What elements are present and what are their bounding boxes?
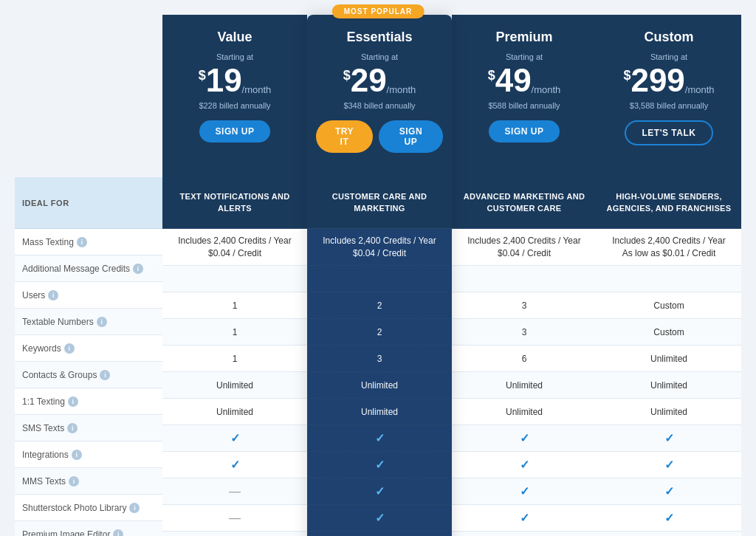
btn-essentials-1[interactable]: SIGN UP [379,120,443,153]
price-dollar-essentials: $ [343,69,351,82]
plan-header-custom: CustomStarting at$299/month$3,588 billed… [597,15,741,177]
plan-header-premium: PremiumStarting at$49/month$588 billed a… [452,15,597,177]
btn-row-premium: SIGN UP [487,119,562,144]
info-icon-8[interactable]: i [72,450,82,460]
info-icon-1[interactable]: i [133,264,143,274]
feature-value-11: — [162,532,307,536]
btn-premium-0[interactable]: SIGN UP [489,120,560,142]
price-amount-value: 19 [206,64,242,97]
info-icon-10[interactable]: i [129,503,140,513]
feature-premium-11: ✓ [452,532,597,536]
btn-row-value: SIGN UP [198,119,272,144]
feature-essentials-4: 3 [307,346,452,372]
feature-custom-8: ✓ [597,452,741,478]
feature-custom-5: Unlimited [597,372,741,399]
btn-value-0[interactable]: SIGN UP [199,120,271,142]
checkmark-premium-7: ✓ [520,431,529,445]
info-icon-5[interactable]: i [100,370,110,380]
label-column: IDEAL FOR Mass TextingiAdditional Messag… [15,15,162,536]
info-icon-3[interactable]: i [97,317,107,327]
checkmark-essentials-9: ✓ [375,484,385,498]
info-icon-9[interactable]: i [69,476,79,487]
feature-label-2: Usersi [15,282,162,309]
ideal-custom: HIGH-VOLUME SENDERS, AGENCIES, AND FRANC… [597,177,741,229]
feature-premium-7: ✓ [452,425,597,452]
feature-value-2: 1 [162,292,307,319]
feature-custom-7: ✓ [597,425,741,452]
feature-label-9: MMS Textsi [15,468,162,495]
feature-value-4: 1 [162,346,307,372]
price-row-premium: $49/month [488,64,561,97]
feature-value-9: — [162,478,307,505]
plan-col-custom: CustomStarting at$299/month$3,588 billed… [597,15,741,536]
price-row-value: $19/month [199,64,272,97]
billed-value: $228 billed annually [199,101,270,110]
info-icon-11[interactable]: i [113,529,123,537]
feature-custom-1 [597,266,741,292]
feature-premium-3: 3 [452,319,597,346]
checkmark-premium-9: ✓ [520,484,529,498]
checkmark-premium-10: ✓ [520,511,529,525]
info-icon-2[interactable]: i [48,290,58,300]
price-row-custom: $299/month [623,64,714,97]
checkmark-custom-9: ✓ [664,484,674,498]
feature-custom-2: Custom [597,292,741,319]
feature-label-8: Integrationsi [15,441,162,468]
btn-essentials-0[interactable]: TRY IT [316,120,373,153]
feature-premium-8: ✓ [452,452,597,478]
checkmark-custom-7: ✓ [664,431,674,445]
info-icon-7[interactable]: i [67,423,78,433]
starting-at-custom: Starting at [650,52,687,61]
feature-premium-2: 3 [452,292,597,319]
price-row-essentials: $29/month [343,64,416,97]
feature-custom-9: ✓ [597,478,741,505]
feature-custom-4: Unlimited [597,346,741,372]
price-amount-essentials: 29 [351,64,387,97]
info-icon-0[interactable]: i [77,237,87,247]
billed-essentials: $348 billed annually [343,101,415,110]
feature-value-8: ✓ [162,452,307,478]
btn-custom-0[interactable]: LET'S TALK [625,120,714,145]
feature-labels: Mass TextingiAdditional Message Creditsi… [15,229,162,536]
feature-label-1: Additional Message Creditsi [15,255,162,282]
pricing-wrapper: MOST POPULAR IDEAL FOR Mass TextingiAddi… [15,15,741,536]
price-amount-premium: 49 [495,64,532,97]
feature-premium-4: 6 [452,346,597,372]
feature-label-5: Contacts & Groupsi [15,362,162,388]
plan-col-value: ValueStarting at$19/month$228 billed ann… [162,15,307,536]
info-icon-4[interactable]: i [64,343,75,354]
feature-essentials-3: 2 [307,319,452,346]
checkmark-premium-8: ✓ [520,458,529,472]
feature-essentials-7: ✓ [307,425,452,452]
plan-col-essentials: EssentialsStarting at$29/month$348 bille… [307,15,452,536]
billed-custom: $3,588 billed annually [630,101,708,110]
btn-row-custom: LET'S TALK [623,119,715,147]
starting-at-essentials: Starting at [361,52,398,61]
feature-essentials-9: ✓ [307,478,452,505]
checkmark-value-7: ✓ [230,431,240,445]
btn-row-essentials: TRY ITSIGN UP [315,119,444,154]
pricing-table: IDEAL FOR Mass TextingiAdditional Messag… [15,15,741,536]
feature-value-1 [162,266,307,292]
feature-label-4: Keywordsi [15,335,162,362]
feature-essentials-5: Unlimited [307,372,452,399]
feature-label-3: Textable Numbersi [15,309,162,335]
feature-value-0: Includes 2,400 Credits / Year$0.04 / Cre… [162,229,307,266]
feature-value-10: — [162,505,307,532]
checkmark-essentials-7: ✓ [375,431,385,445]
ideal-premium: ADVANCED MARKETING AND CUSTOMER CARE [452,177,597,229]
checkmark-value-8: ✓ [230,458,240,472]
feature-essentials-8: ✓ [307,452,452,478]
feature-label-0: Mass Textingi [15,229,162,255]
feature-label-10: Shutterstock Photo Libraryi [15,495,162,521]
price-amount-custom: 299 [630,64,684,97]
plan-header-essentials: EssentialsStarting at$29/month$348 bille… [307,15,452,177]
feature-premium-5: Unlimited [452,372,597,399]
feature-essentials-10: ✓ [307,505,452,532]
feature-premium-9: ✓ [452,478,597,505]
price-period-premium: /month [532,85,561,95]
feature-premium-1 [452,266,597,292]
info-icon-6[interactable]: i [68,396,78,407]
plan-columns: ValueStarting at$19/month$228 billed ann… [162,15,741,536]
plan-header-value: ValueStarting at$19/month$228 billed ann… [162,15,307,177]
